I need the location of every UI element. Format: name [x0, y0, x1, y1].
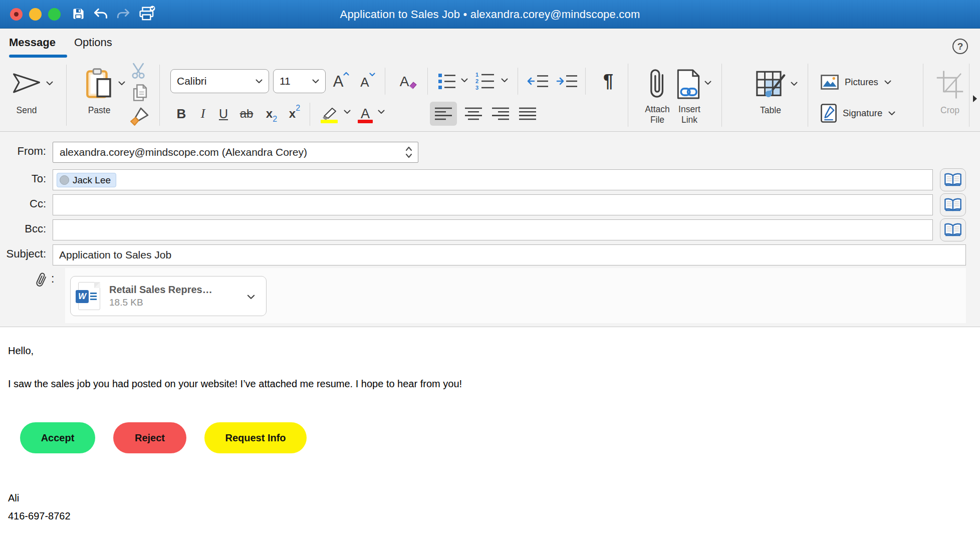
attachments-colon: : [51, 272, 54, 286]
highlight-chevron[interactable] [344, 110, 351, 114]
subscript-button[interactable]: x 2 [262, 103, 282, 125]
strikethrough-button[interactable]: ab [235, 103, 258, 125]
group-divider [721, 64, 722, 127]
cc-label: Cc: [0, 197, 46, 210]
title-bar: Application to Sales Job • alexandra.cor… [0, 0, 980, 29]
superscript-mark: 2 [296, 104, 300, 113]
reject-button[interactable]: Reject [113, 422, 186, 453]
expand-right-icon [972, 95, 977, 103]
close-button[interactable] [10, 8, 23, 21]
tab-message[interactable]: Message [9, 36, 56, 49]
align-center-button[interactable] [460, 102, 487, 126]
question-mark-icon: ? [957, 41, 963, 52]
tab-options[interactable]: Options [74, 36, 112, 49]
request-info-button[interactable]: Request Info [204, 422, 307, 453]
highlight-color-button[interactable] [319, 102, 340, 126]
italic-glyph: I [201, 106, 205, 121]
attachment-card[interactable]: W Retail Sales Repres… 18.5 KB [70, 276, 267, 316]
superscript-button[interactable]: x 2 [285, 103, 305, 125]
font-name-select[interactable]: Calibri [170, 69, 269, 93]
print-button[interactable] [138, 6, 155, 22]
numbered-list-chevron[interactable] [501, 78, 508, 83]
send-dropdown-chevron[interactable] [46, 81, 53, 86]
bcc-input[interactable] [53, 219, 933, 240]
increase-indent-button[interactable] [555, 73, 579, 89]
attachment-chevron[interactable] [247, 295, 255, 300]
strikethrough-glyph: ab [240, 107, 254, 121]
signature-button[interactable]: Signature [821, 102, 910, 125]
eraser-icon [407, 81, 417, 89]
subject-input[interactable] [53, 244, 966, 265]
attach-file-button[interactable] [643, 67, 671, 101]
minimize-button[interactable] [29, 8, 42, 21]
cut-button[interactable] [129, 61, 149, 81]
save-icon [72, 7, 85, 21]
to-address-book-button[interactable] [940, 168, 966, 191]
shrink-font-button[interactable]: A [357, 72, 379, 93]
align-right-button[interactable] [487, 102, 514, 126]
address-book-icon [943, 197, 962, 212]
bullet-list-button[interactable] [437, 71, 457, 92]
paragraph-marks-button[interactable]: ¶ [597, 69, 619, 94]
format-painter-button[interactable] [128, 106, 150, 128]
to-input[interactable] [53, 169, 933, 190]
grow-font-button[interactable]: A [330, 71, 353, 93]
signature-chevron [888, 111, 895, 116]
grow-font-glyph: A [333, 73, 344, 91]
paste-button[interactable] [82, 68, 116, 100]
justify-button[interactable] [514, 102, 541, 126]
zoom-button[interactable] [48, 8, 61, 21]
redo-icon [116, 8, 130, 20]
clear-formatting-button[interactable]: A [396, 71, 421, 93]
font-color-button[interactable]: A [356, 102, 375, 126]
message-body-editor[interactable]: Hello, I saw the sales job you had poste… [0, 327, 980, 541]
decrease-indent-button[interactable] [526, 73, 550, 89]
italic-button[interactable]: I [195, 103, 210, 125]
outdent-icon [527, 74, 549, 88]
font-size-select[interactable]: 11 [273, 69, 326, 93]
insert-link-button[interactable] [675, 68, 701, 101]
numbered-list-icon: 1 2 3 [475, 72, 495, 91]
scissors-icon [131, 62, 147, 79]
recipient-chip[interactable]: Jack Lee [57, 173, 116, 187]
undo-icon [93, 7, 108, 21]
paste-dropdown-chevron[interactable] [118, 81, 125, 86]
table-icon [756, 70, 786, 99]
from-select[interactable]: alexandra.corey@mindscope.com (Alexandra… [53, 142, 418, 163]
subscript-mark: 2 [273, 115, 277, 124]
copy-button[interactable] [129, 82, 149, 104]
table-chevron[interactable] [791, 82, 798, 86]
crop-button[interactable] [935, 70, 965, 100]
bullet-list-chevron[interactable] [461, 78, 468, 83]
bcc-address-book-button[interactable] [940, 218, 966, 241]
help-button[interactable]: ? [952, 39, 968, 54]
table-button[interactable] [755, 69, 787, 101]
svg-text:3: 3 [475, 85, 478, 91]
cc-address-book-button[interactable] [940, 193, 966, 216]
insert-link-chevron[interactable] [704, 81, 711, 85]
superscript-base: x [289, 107, 296, 121]
pictures-icon [821, 75, 839, 90]
ribbon-overflow-button[interactable] [971, 93, 979, 105]
pictures-button[interactable]: Pictures [821, 72, 901, 93]
cc-input[interactable] [53, 194, 933, 215]
font-color-chevron[interactable] [378, 110, 385, 114]
group-divider [808, 64, 808, 127]
save-button[interactable] [72, 7, 85, 21]
accept-button[interactable]: Accept [20, 422, 95, 453]
redo-button[interactable] [116, 8, 130, 20]
underline-button[interactable]: U [214, 103, 232, 125]
paperclip-icon [35, 272, 47, 288]
ribbon-tab-bar: Message Options ? [0, 29, 980, 60]
numbered-list-button[interactable]: 1 2 3 [474, 70, 496, 93]
undo-button[interactable] [93, 7, 108, 21]
bold-button[interactable]: B [172, 103, 190, 125]
row-divider [385, 68, 385, 95]
highlighter-pen-icon [320, 107, 338, 121]
ribbon: Send Paste Calibri 11 A A [0, 60, 980, 132]
caret-down-icon [369, 73, 375, 77]
align-left-button[interactable] [430, 102, 457, 126]
format-painter-brush-icon [129, 107, 149, 127]
send-button[interactable] [10, 69, 43, 98]
copy-icon [131, 83, 148, 102]
